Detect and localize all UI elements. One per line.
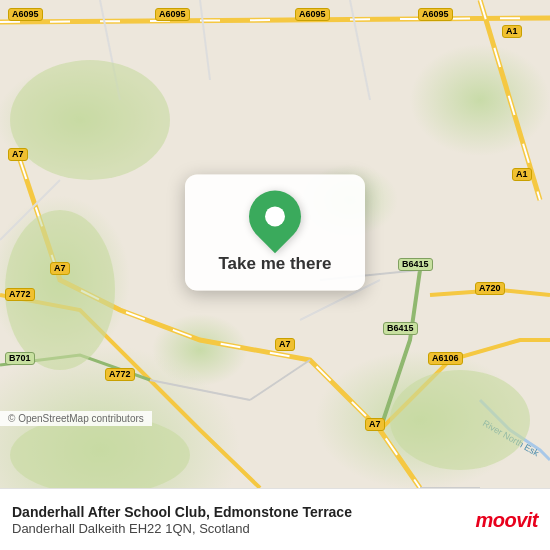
- location-pin: [238, 180, 312, 254]
- take-me-there-button[interactable]: Take me there: [218, 252, 331, 276]
- road-label-a6095-4: A6095: [418, 8, 453, 21]
- road-label-b6415-1: B6415: [398, 258, 433, 271]
- svg-line-11: [250, 360, 310, 400]
- road-label-a7-2: A7: [50, 262, 70, 275]
- moovit-logo: moovit: [475, 509, 538, 532]
- road-label-b6415-2: B6415: [383, 322, 418, 335]
- svg-point-14: [10, 60, 170, 180]
- road-label-b701: B701: [5, 352, 35, 365]
- location-pin-dot: [265, 206, 285, 226]
- road-label-a772-1: A772: [5, 288, 35, 301]
- location-name: Danderhall After School Club, Edmonstone…: [12, 503, 465, 521]
- map-attribution: © OpenStreetMap contributors: [0, 411, 152, 426]
- location-address: Danderhall Dalkeith EH22 1QN, Scotland: [12, 521, 465, 538]
- road-label-a6106: A6106: [428, 352, 463, 365]
- road-label-a7-3: A7: [275, 338, 295, 351]
- road-label-a6095-3: A6095: [295, 8, 330, 21]
- road-label-a6095-2: A6095: [155, 8, 190, 21]
- map-area: River North Esk A6095 A6095 A6095 A6095 …: [0, 0, 550, 488]
- road-label-a772-2: A772: [105, 368, 135, 381]
- road-label-a720: A720: [475, 282, 505, 295]
- road-label-a6095-1: A6095: [8, 8, 43, 21]
- svg-line-5: [200, 0, 210, 80]
- road-label-a1-1: A1: [502, 25, 522, 38]
- app-container: River North Esk A6095 A6095 A6095 A6095 …: [0, 0, 550, 550]
- moovit-text: moovit: [475, 509, 538, 532]
- svg-point-16: [390, 370, 530, 470]
- road-label-a7-4: A7: [365, 418, 385, 431]
- road-label-a1-2: A1: [512, 168, 532, 181]
- svg-line-6: [350, 0, 370, 100]
- bottom-info-bar: Danderhall After School Club, Edmonstone…: [0, 488, 550, 550]
- location-info: Danderhall After School Club, Edmonstone…: [12, 503, 465, 538]
- popup-card: Take me there: [185, 174, 365, 290]
- road-label-a7-1: A7: [8, 148, 28, 161]
